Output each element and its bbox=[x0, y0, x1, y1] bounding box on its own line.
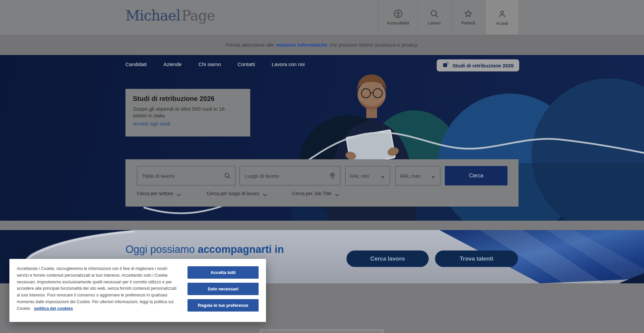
main-navigation: Candidati Aziende Chi siamo Contatti Lav… bbox=[125, 61, 305, 67]
accessibility-button[interactable]: Accessibilità bbox=[378, 0, 417, 34]
job-title-field bbox=[137, 166, 235, 185]
cookie-consent-dialog: Accettando i Cookie, raccoglieremo le in… bbox=[9, 259, 266, 322]
job-search-button[interactable]: Lavoro bbox=[417, 0, 451, 34]
chevron-down-icon bbox=[263, 192, 267, 195]
hero-section: Candidati Aziende Chi siamo Contatti Lav… bbox=[0, 55, 644, 221]
logo-part-page: Page bbox=[181, 7, 215, 24]
ral-max-select[interactable]: RAL max bbox=[395, 166, 440, 185]
login-button[interactable]: Accedi bbox=[485, 0, 519, 35]
chevron-down-icon bbox=[335, 192, 339, 195]
find-talent-button[interactable]: Trova talenti bbox=[435, 251, 518, 267]
card-description: Scopri gli stipendi di oltre 500 ruoli i… bbox=[133, 106, 238, 119]
promo-heading: Oggi possiamo accompagnarti in bbox=[125, 243, 284, 256]
search-icon bbox=[430, 9, 439, 18]
favorites-button[interactable]: Preferiti bbox=[451, 0, 485, 34]
cookie-message: Accettando i Cookie, raccoglieremo le in… bbox=[17, 266, 178, 312]
ral-min-select[interactable]: RAL min bbox=[345, 166, 390, 185]
accept-all-cookies-button[interactable]: Accetta tutti bbox=[187, 266, 259, 279]
salary-guide-button-label: Studi di retribuzione 2026 bbox=[452, 63, 514, 68]
nav-item-contatti[interactable]: Contatti bbox=[237, 61, 255, 67]
star-icon bbox=[464, 9, 473, 18]
search-icon bbox=[224, 172, 231, 179]
site-header: MichaelPage Accessibilità Lavoro bbox=[0, 0, 644, 34]
location-field bbox=[239, 166, 340, 185]
salary-guide-button[interactable]: Studi di retribuzione 2026 bbox=[437, 59, 519, 71]
search-by-sector-label: Cerca per settore bbox=[137, 191, 173, 196]
coins-icon bbox=[442, 62, 449, 69]
nav-item-candidati[interactable]: Candidati bbox=[125, 61, 147, 67]
chevron-down-icon bbox=[176, 192, 181, 195]
accessibility-label: Accessibilità bbox=[387, 21, 409, 25]
caret-down-icon bbox=[431, 174, 435, 177]
logo-part-michael: Michael bbox=[125, 7, 180, 24]
nav-item-aziende[interactable]: Aziende bbox=[163, 61, 181, 67]
cookie-buttons: Accetta tutti Solo necessari Regola le t… bbox=[187, 266, 259, 312]
caret-down-icon bbox=[381, 174, 385, 177]
search-by-location-link[interactable]: Cerca per luogo di lavoro bbox=[207, 191, 267, 196]
promo-heading-regular: Oggi possiamo bbox=[125, 243, 198, 255]
below-fold-content-box bbox=[260, 330, 383, 333]
login-label: Accedi bbox=[496, 21, 508, 26]
user-icon bbox=[497, 9, 507, 19]
cookie-message-text: Accettando i Cookie, raccoglieremo le in… bbox=[17, 266, 176, 311]
job-search-panel: RAL min RAL max Cerca Cerca per settore bbox=[125, 159, 519, 207]
alert-text-prefix: Presta attenzione alle bbox=[226, 42, 274, 48]
cookie-preferences-button[interactable]: Regola le tue preferenze bbox=[187, 299, 259, 312]
search-by-job-title-label: Cerca per Job Title bbox=[292, 191, 332, 196]
search-quick-links: Cerca per settore Cerca per luogo di lav… bbox=[137, 191, 339, 196]
nav-item-lavora-con-noi[interactable]: Lavora con noi bbox=[272, 61, 305, 67]
ral-min-value: RAL min bbox=[350, 173, 369, 179]
salary-study-card: Studi di retribuzione 2026 Scopri gli st… bbox=[125, 89, 250, 136]
card-access-link[interactable]: Accedi agli studi bbox=[133, 121, 170, 127]
job-title-input[interactable] bbox=[137, 173, 224, 179]
michael-page-logo[interactable]: MichaelPage bbox=[125, 7, 215, 24]
find-jobs-button[interactable]: Cerca lavoro bbox=[346, 251, 429, 267]
cyber-threats-link[interactable]: minacce informatiche bbox=[276, 42, 327, 48]
search-by-location-label: Cerca per luogo di lavoro bbox=[207, 191, 259, 196]
michael-page-homepage: MichaelPage Accessibilità Lavoro bbox=[0, 0, 644, 333]
accessibility-icon bbox=[393, 9, 403, 18]
alert-text-suffix: che possono ledere sicurezza e privacy. bbox=[329, 42, 418, 48]
search-submit-button[interactable]: Cerca bbox=[445, 166, 507, 185]
necessary-only-cookies-button[interactable]: Solo necessari bbox=[187, 283, 259, 295]
cookie-policy-link[interactable]: politica dei cookies bbox=[34, 306, 73, 311]
favorites-label: Preferiti bbox=[461, 21, 475, 25]
ral-max-value: RAL max bbox=[400, 173, 421, 179]
search-by-job-title-link[interactable]: Cerca per Job Title bbox=[292, 191, 340, 196]
card-title: Studi di retribuzione 2026 bbox=[133, 95, 243, 103]
search-by-sector-link[interactable]: Cerca per settore bbox=[137, 191, 181, 196]
header-actions: Accessibilità Lavoro Preferiti bbox=[378, 0, 519, 34]
job-search-label: Lavoro bbox=[428, 21, 441, 25]
security-alert-bar: Presta attenzione alle minacce informati… bbox=[0, 34, 644, 55]
location-input[interactable] bbox=[240, 173, 329, 179]
nav-item-chi-siamo[interactable]: Chi siamo bbox=[199, 61, 221, 67]
location-pin-icon bbox=[329, 172, 336, 179]
promo-heading-bold: accompagnarti in bbox=[198, 243, 284, 255]
